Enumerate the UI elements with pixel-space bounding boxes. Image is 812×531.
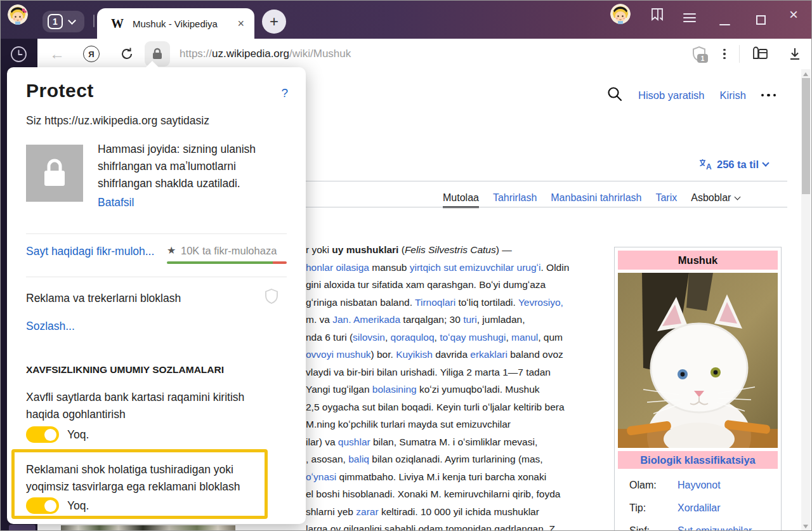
article-line: ilar) va qushlar bilan, Sumatra M. i oʻs… [306, 433, 569, 451]
help-link[interactable]: ? [281, 86, 288, 100]
window-close-button[interactable]: × [789, 6, 798, 23]
article-link[interactable]: ovvoyi mushuk [306, 349, 371, 360]
article-line: vlaydi va bir-biri bilan urishadi. Yilig… [306, 364, 569, 381]
article-text-segment: r yoki [306, 244, 332, 255]
address-bar[interactable]: https://uz.wikipedia.org/wiki/Mushuk [180, 46, 351, 62]
reload-button[interactable] [118, 45, 136, 63]
taxonomy-label: Tip: [629, 502, 678, 514]
details-link[interactable]: Batafsil [98, 196, 134, 209]
article-text-segment: keltiradi. 10 000 yil ichida mushuklar [379, 506, 539, 517]
scroll-up-arrow-icon[interactable] [803, 72, 808, 76]
wiki-tab-tahrirlash[interactable]: Tahrirlash [493, 192, 537, 204]
more-options-icon[interactable] [720, 45, 729, 63]
side-panels-icon[interactable] [750, 44, 769, 63]
article-text: r yoki uy mushuklari (Felis Silvestris C… [306, 241, 569, 531]
article-line: r yoki uy mushuklari (Felis Silvestris C… [306, 241, 569, 259]
article-link[interactable]: turi [463, 314, 477, 325]
language-selector[interactable]: A 256 ta til [698, 155, 768, 173]
article-text-segment: gʻriniga nisbatan baland. [306, 297, 415, 308]
article-text-segment: m. va [306, 314, 332, 325]
article-link[interactable]: Kuyikish [396, 349, 433, 360]
article-link[interactable]: manul [511, 332, 538, 343]
article-text-segment: mansub [369, 262, 410, 273]
status-line: shifrlangan shaklda uzatiladi. [98, 175, 288, 192]
sidebar-bottom-button[interactable] [9, 525, 36, 531]
taxonomy-value-link[interactable]: Sut emizuvchilar [678, 525, 752, 531]
article-line: Yangi tugʻilgan bolasining koʻzi yumuqbo… [306, 381, 569, 398]
article-text-segment: vlaydi va bir-biri bilan urishadi. Yilig… [306, 367, 551, 377]
article-link[interactable]: erkaklari [470, 349, 508, 360]
article-link[interactable]: Tirnoqlari [415, 297, 455, 308]
article-image-partial [61, 525, 235, 531]
taxonomy-label: Olam: [629, 480, 678, 491]
shock-ads-text: Reklamani shok holatiga tushiradigan yok… [26, 463, 233, 476]
site-feedback-link[interactable]: Sayt haqidagi fikr-muloh... [26, 245, 154, 258]
infobox-section-header: Biologik klassifikatsiya [618, 451, 778, 469]
article-text-segment: baland ovoz [508, 349, 563, 360]
article-link[interactable]: oʻynasi [306, 471, 336, 482]
article-link[interactable]: qushlar [338, 436, 370, 447]
lock-icon [41, 158, 69, 188]
url-path: /wiki/Mushuk [289, 48, 351, 60]
article-text-segment: shlarni yeb [306, 506, 356, 517]
cat-photo[interactable] [618, 273, 778, 448]
wiki-tab-mutolaa[interactable]: Mutolaa [443, 192, 479, 204]
article-line: , asosan, baliq bilan oziqlanadi. Ayrim … [306, 450, 569, 468]
article-link[interactable]: qoraquloq [391, 332, 435, 343]
scroll-down-arrow-icon[interactable] [803, 525, 808, 528]
tab-tools[interactable]: Asboblar [691, 192, 740, 204]
tab-counter-chevron-down-icon[interactable] [68, 16, 76, 25]
feedback-count: 10K ta fikr-mulohaza [181, 245, 277, 257]
page-scrollbar[interactable] [801, 69, 811, 531]
login-link[interactable]: Kirish [720, 89, 746, 102]
shock-ads-toggle[interactable] [26, 497, 59, 514]
browser-tab[interactable]: W Mushuk - Vikipediya × [97, 8, 254, 39]
article-link[interactable]: Jan. Amerikada [332, 314, 400, 325]
article-link[interactable]: bolasining [372, 384, 417, 395]
scrollbar-thumb[interactable] [802, 78, 810, 194]
article-text-segment: el boshi hisoblanadi. Xonaki M. kemiruvc… [306, 488, 560, 499]
taxonomy-value-link[interactable]: Xordalilar [678, 502, 721, 514]
wiki-more-menu-icon[interactable] [761, 94, 776, 97]
article-text-segment: ) — [496, 244, 512, 255]
tab-counter[interactable]: 1 [43, 11, 84, 32]
back-button[interactable]: ← [49, 45, 65, 63]
article-text-segment: qimmatbaho. Liviya M.i kenja turi barcha… [336, 471, 546, 482]
tab-strip: 1 W Mushuk - Vikipediya × + [1, 1, 812, 39]
window-maximize-button[interactable] [756, 15, 766, 25]
wiki-tab-tarix[interactable]: Tarix [655, 192, 677, 204]
yandex-services-icon[interactable]: Я [83, 46, 100, 62]
profile-avatar-icon[interactable] [8, 4, 28, 25]
tabs-divider [228, 207, 787, 207]
window-minimize-button[interactable] [719, 24, 730, 25]
create-account-link[interactable]: Hisob yaratish [638, 89, 705, 102]
article-text-segment: toʻliq tortiladi. [455, 297, 518, 308]
article-link[interactable]: zarar [356, 506, 378, 517]
article-link[interactable]: toʻqay mushugi [440, 332, 506, 343]
menu-icon[interactable] [683, 13, 696, 25]
adblock-settings-link[interactable]: Sozlash... [26, 320, 75, 333]
tab-close-icon[interactable]: × [237, 17, 244, 30]
bookmarks-panel-icon[interactable] [649, 6, 665, 25]
secure-lock-tile [26, 145, 83, 202]
url-host: uz.wikipedia.org [212, 48, 289, 60]
status-line: Hammasi joyida: sizning ulanish [98, 141, 288, 158]
language-count-label: 256 ta til [717, 159, 759, 171]
search-icon[interactable] [606, 86, 623, 105]
article-link[interactable]: Yevrosiyo, [518, 297, 563, 308]
article-link[interactable]: honlar oilasiga [306, 262, 369, 273]
downloads-icon[interactable] [786, 44, 804, 63]
article-text-segment: , [506, 332, 511, 343]
taxonomy-value-link[interactable]: Hayvonot [678, 480, 721, 491]
bank-warning-toggle[interactable] [26, 426, 59, 443]
new-tab-button[interactable]: + [262, 10, 286, 34]
rating-bar [167, 261, 287, 264]
article-link[interactable]: yirtqich sut emizuvchilar urugʻi [410, 262, 541, 273]
article-link[interactable]: baliq [348, 454, 369, 464]
profile-avatar-icon[interactable] [610, 4, 631, 24]
connection-status-text: Hammasi joyida: sizning ulanish shifrlan… [98, 141, 288, 192]
article-link[interactable]: silovsin [353, 332, 385, 343]
wiki-tab-manbasini-tahrirlash[interactable]: Manbasini tahrirlash [551, 192, 641, 204]
article-line: gini aloxida tur sifatida xam qarashgan.… [306, 276, 569, 294]
history-icon[interactable] [10, 46, 27, 65]
